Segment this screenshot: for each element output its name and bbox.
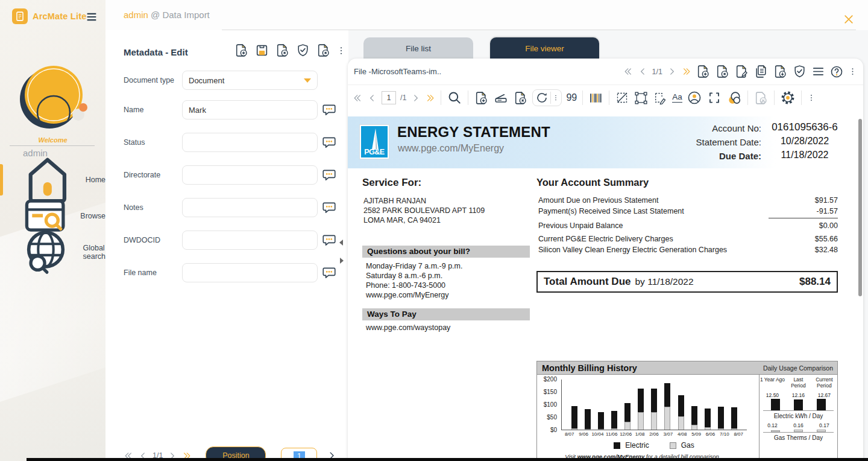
last-file-icon[interactable] bbox=[681, 66, 691, 77]
document-type-value: Document bbox=[189, 76, 224, 85]
monthly-billing-history-chart: Monthly Billing History Daily Usage Comp… bbox=[536, 361, 838, 461]
text-aa-icon[interactable]: Aa bbox=[672, 93, 682, 103]
rotate-icon[interactable] bbox=[535, 91, 549, 105]
more-options-icon[interactable] bbox=[336, 45, 346, 57]
summary-row: Current PG&E Electric Delivery Charges$5… bbox=[538, 235, 838, 243]
prev-file-icon[interactable] bbox=[638, 66, 648, 77]
avatar bbox=[16, 59, 90, 134]
viewer-scrollbar[interactable] bbox=[858, 119, 862, 296]
prev-page-icon[interactable] bbox=[367, 93, 377, 103]
first-file-icon[interactable] bbox=[623, 66, 634, 77]
copy-pages-icon[interactable] bbox=[753, 64, 769, 79]
chart-x-axis: 8/079/0610/0411/0612/061/082/063/074/085… bbox=[561, 431, 747, 437]
add-document-icon[interactable] bbox=[696, 64, 711, 79]
field-label: Status bbox=[124, 138, 182, 147]
sidebar-item-label: Global search bbox=[83, 244, 105, 261]
app-name: ArcMate Lite bbox=[33, 11, 86, 21]
redact-person-icon[interactable] bbox=[687, 90, 702, 106]
field-label: Document type bbox=[124, 76, 182, 84]
chevron-down-icon bbox=[304, 78, 311, 83]
crop-icon[interactable] bbox=[615, 91, 629, 105]
comment-bubble-icon[interactable] bbox=[321, 167, 337, 183]
summary-divider bbox=[769, 218, 838, 218]
sidebar-item-label: Home bbox=[86, 176, 105, 184]
help-icon[interactable] bbox=[829, 65, 844, 79]
total-amount-due: Total Amount Due by 11/18/2022 $88.14 bbox=[536, 271, 838, 293]
directorate-input[interactable] bbox=[182, 165, 318, 185]
ways-to-pay-line: www.pge.com/waystopay bbox=[366, 323, 450, 332]
verify-shield-icon[interactable] bbox=[295, 43, 310, 58]
breadcrumb-user: admin bbox=[124, 10, 148, 20]
delete-document-icon[interactable] bbox=[316, 43, 331, 58]
close-icon[interactable] bbox=[843, 13, 855, 25]
document-type-select[interactable]: Document bbox=[182, 71, 318, 90]
delete-document-icon[interactable] bbox=[715, 64, 730, 79]
file-name-input[interactable] bbox=[182, 263, 318, 282]
last-page-icon[interactable] bbox=[425, 93, 435, 103]
select-area-icon[interactable] bbox=[706, 90, 722, 106]
sidebar-item-global-search[interactable]: Global search bbox=[0, 240, 105, 264]
account-number: 0161095636-6 bbox=[766, 120, 843, 134]
next-file-icon[interactable] bbox=[667, 66, 677, 77]
sidebar: ArcMate Lite Welcome admin Home Browse G… bbox=[0, 0, 105, 461]
hamburger-menu-icon[interactable] bbox=[85, 10, 98, 24]
summary-row: Previous Unpaid Balance$0.00 bbox=[538, 221, 838, 230]
cleanup-icon[interactable] bbox=[653, 91, 668, 106]
first-page-icon[interactable] bbox=[353, 93, 363, 103]
more-options-icon[interactable] bbox=[848, 66, 857, 77]
file-indicator: 1/1 bbox=[652, 68, 662, 76]
delete-page-icon[interactable] bbox=[513, 91, 528, 106]
summary-row: Amount Due on Previous Statement$91.57 bbox=[538, 196, 838, 205]
save-icon[interactable] bbox=[254, 43, 269, 58]
chart-y-axis: $0$50$100$150$200 bbox=[537, 380, 559, 430]
transform-icon[interactable] bbox=[634, 91, 649, 106]
tab-file-viewer[interactable]: File viewer bbox=[490, 37, 599, 59]
rotate-options-icon[interactable] bbox=[552, 92, 559, 103]
more-options-icon[interactable] bbox=[807, 92, 816, 103]
status-input[interactable] bbox=[182, 133, 318, 152]
page-number-input[interactable] bbox=[382, 91, 396, 104]
edit-document-icon[interactable] bbox=[734, 64, 749, 79]
page-total: /1 bbox=[400, 94, 406, 102]
verify-shield-icon[interactable] bbox=[792, 64, 807, 79]
next-page-icon[interactable] bbox=[410, 93, 421, 103]
comment-bubble-icon[interactable] bbox=[321, 102, 337, 118]
panel-collapse-left-icon[interactable] bbox=[339, 240, 343, 246]
barcode-icon[interactable] bbox=[588, 91, 603, 106]
shapes-icon[interactable] bbox=[726, 90, 742, 106]
field-name: Name bbox=[124, 100, 341, 120]
questions-lines: Monday-Friday 7 a.m.-9 p.m. Saturday 8 a… bbox=[366, 261, 462, 300]
field-dwdocid: DWDOCID bbox=[124, 230, 341, 250]
list-icon[interactable] bbox=[811, 65, 825, 78]
service-address: AJITABH RANJAN 2582 PARK BOULEVARD APT 1… bbox=[363, 196, 485, 225]
search-icon[interactable] bbox=[447, 90, 462, 106]
chart-plot-area bbox=[561, 380, 747, 430]
split-document-icon[interactable] bbox=[753, 91, 769, 106]
field-label: Notes bbox=[124, 203, 182, 212]
globe-search-icon bbox=[19, 207, 73, 297]
bill-account-labels: Account No: Statement Date: Due Date: bbox=[649, 121, 761, 163]
gas-usage-label: Gas Therms / Day bbox=[760, 434, 837, 441]
viewer-toolbar-page: /1 99 Aa bbox=[348, 85, 863, 110]
due-date: 11/18/2022 bbox=[766, 148, 843, 162]
comment-bubble-icon[interactable] bbox=[321, 265, 337, 281]
comment-bubble-icon[interactable] bbox=[321, 200, 337, 215]
scanner-icon[interactable] bbox=[493, 90, 509, 106]
document-canvas[interactable]: PG&E ENERGY STATEMENT www.pge.com/MyEner… bbox=[348, 110, 857, 461]
cancel-document-icon[interactable] bbox=[275, 43, 290, 58]
dwdocid-input[interactable] bbox=[182, 230, 318, 250]
tab-file-list[interactable]: File list bbox=[363, 37, 473, 59]
scan-add-icon[interactable] bbox=[474, 91, 489, 106]
notes-input[interactable] bbox=[182, 198, 318, 217]
breadcrumb: admin @ Data Import bbox=[124, 10, 210, 20]
statement-date: 10/28/2022 bbox=[766, 134, 843, 148]
settings-gear-icon[interactable] bbox=[780, 90, 796, 106]
comment-bubble-icon[interactable] bbox=[321, 232, 337, 248]
bottom-edge-bar bbox=[27, 458, 868, 461]
download-document-icon[interactable] bbox=[773, 64, 788, 79]
panel-collapse-right-icon[interactable] bbox=[340, 258, 344, 264]
field-label: Name bbox=[124, 106, 182, 114]
name-input[interactable] bbox=[182, 100, 318, 119]
comment-bubble-icon[interactable] bbox=[321, 135, 337, 150]
add-document-icon[interactable] bbox=[234, 43, 249, 58]
